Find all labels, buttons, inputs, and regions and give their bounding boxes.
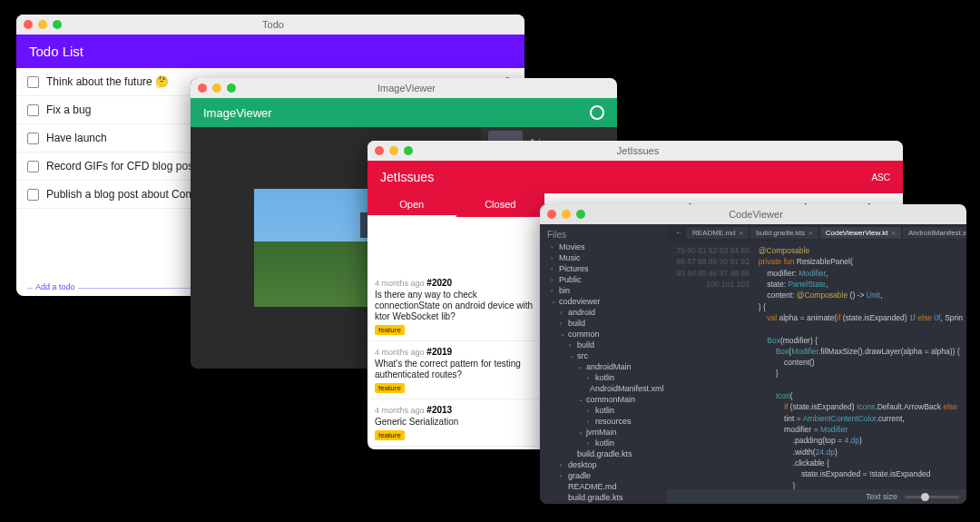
codeviewer-titlebar[interactable]: CodeViewer — [540, 204, 966, 224]
chevron-icon: › — [569, 342, 574, 349]
tab-open[interactable]: Open — [368, 193, 456, 217]
tab-prev-icon[interactable]: ← — [672, 229, 685, 237]
chevron-icon: › — [551, 255, 556, 261]
tree-item[interactable]: ⌄common — [540, 329, 667, 340]
tree-item[interactable]: ›build — [540, 318, 667, 329]
checkbox-icon[interactable] — [27, 76, 39, 88]
tree-item-label: kotlin — [595, 438, 614, 448]
todo-label: Record GIFs for CFD blog post — [46, 160, 196, 172]
tree-item[interactable]: ⌄jvmMain — [540, 427, 667, 438]
tree-item-label: common — [568, 330, 600, 339]
chevron-icon: › — [587, 375, 593, 381]
tree-item-label: Movies — [559, 242, 585, 251]
chevron-icon: ⌄ — [578, 363, 583, 370]
checkbox-icon[interactable] — [27, 161, 39, 172]
chevron-icon: › — [587, 408, 593, 414]
issue-item[interactable]: 4 months ago #2009 Incorrect max-age and… — [368, 447, 544, 450]
todo-titlebar[interactable]: Todo — [16, 15, 524, 34]
chevron-icon: › — [587, 419, 593, 425]
tree-item[interactable]: ›kotlin — [540, 405, 667, 416]
tree-item-label: commonMain — [586, 395, 635, 404]
tree-item[interactable]: gradle.properties — [540, 503, 667, 504]
close-tab-icon[interactable]: × — [740, 229, 744, 237]
tree-item[interactable]: ›Public — [540, 274, 667, 285]
issue-badge: feature — [375, 383, 405, 393]
tree-item[interactable]: ›desktop — [540, 459, 667, 470]
chevron-icon: ⌄ — [569, 352, 574, 359]
close-tab-icon[interactable]: × — [808, 229, 813, 237]
imageviewer-titlebar[interactable]: ImageViewer — [191, 78, 617, 98]
tree-item-label: Pictures — [559, 264, 589, 273]
tree-item[interactable]: ›kotlin — [540, 372, 667, 383]
codeviewer-window-title: CodeViewer — [553, 209, 959, 220]
tree-item[interactable]: ›bin — [540, 285, 667, 296]
code-editor[interactable]: 79 80 81 82 83 84 85 86 87 88 89 90 91 9… — [667, 241, 966, 489]
editor-tab[interactable]: CodeViewerView.kt× — [820, 227, 901, 239]
tree-item[interactable]: ⌄src — [540, 350, 667, 361]
sort-order[interactable]: ASC — [871, 172, 890, 182]
issue-when: 4 months ago — [375, 348, 425, 357]
tab-closed[interactable]: Closed — [456, 193, 545, 217]
close-tab-icon[interactable]: × — [891, 229, 896, 237]
jetissues-window-title: JetIssues — [380, 145, 896, 156]
imageviewer-header: ImageViewer — [191, 98, 617, 127]
issue-number: #2020 — [426, 278, 452, 288]
tree-item-label: build.gradle.kts — [577, 449, 632, 458]
tree-item-label: kotlin — [595, 373, 614, 382]
tree-item[interactable]: ›Pictures — [540, 263, 667, 274]
tree-item[interactable]: ›gradle — [540, 470, 667, 481]
editor-tab[interactable]: build.gradle.kts× — [750, 227, 818, 239]
tree-item[interactable]: ›build — [540, 340, 667, 350]
tree-item[interactable]: ›Movies — [540, 241, 667, 252]
tree-item[interactable]: ›Music — [540, 252, 667, 263]
jetissues-titlebar[interactable]: JetIssues — [368, 141, 903, 161]
chevron-icon: › — [551, 288, 556, 294]
code-content[interactable]: @Composable private fun ResizablePanel( … — [755, 241, 966, 489]
issue-item[interactable]: 4 months ago #2020 Is there any way to c… — [368, 272, 544, 341]
checkbox-icon[interactable] — [27, 133, 39, 144]
issue-item[interactable]: 4 months ago #2013 Generic Serialization… — [368, 399, 544, 447]
chevron-icon: › — [551, 266, 556, 272]
editor-tab[interactable]: AndroidManifest.xml× — [903, 227, 966, 239]
tree-item[interactable]: ⌄codeviewer — [540, 296, 667, 307]
jetissues-title: JetIssues — [380, 170, 434, 184]
checkbox-icon[interactable] — [27, 189, 39, 201]
tree-item[interactable]: build.gradle.kts — [540, 448, 667, 459]
tree-item[interactable]: ›resources — [540, 416, 667, 427]
line-gutter: 79 80 81 82 83 84 85 86 87 88 89 90 91 9… — [667, 241, 755, 489]
todo-label: Have launch — [46, 132, 107, 144]
text-size-slider[interactable] — [905, 496, 959, 498]
chevron-icon: › — [551, 277, 556, 283]
issue-item[interactable]: 4 months ago #2019 What's the correct pa… — [368, 341, 544, 399]
tree-item[interactable]: build.gradle.kts — [540, 492, 667, 503]
tree-item[interactable]: ›kotlin — [540, 438, 667, 448]
issue-number: #2013 — [426, 405, 452, 415]
chevron-icon: › — [560, 310, 565, 316]
tree-item[interactable]: ⌄androidMain — [540, 361, 667, 372]
tree-item[interactable]: AndroidManifest.xml — [540, 383, 667, 394]
refresh-icon[interactable] — [590, 105, 604, 120]
editor-tabs: ← README.md×build.gradle.kts×CodeViewerV… — [667, 224, 966, 241]
chevron-icon: › — [551, 244, 556, 251]
issue-list[interactable]: 4 months ago #2020 Is there any way to c… — [368, 272, 544, 450]
tree-item[interactable]: ›android — [540, 307, 667, 318]
tree-item-label: kotlin — [595, 406, 614, 415]
checkbox-icon[interactable] — [27, 104, 39, 116]
tree-item-label: gradle — [568, 471, 591, 480]
tree-item[interactable]: ⌄commonMain — [540, 394, 667, 405]
tree-item-label: desktop — [568, 460, 597, 469]
issue-title: Generic Serialization — [375, 417, 536, 428]
issue-badge: feature — [375, 430, 405, 440]
tree-item-label: bin — [559, 286, 570, 295]
issue-when: 4 months ago — [375, 406, 425, 415]
tree-item-label: AndroidManifest.xml — [590, 384, 664, 393]
chevron-icon: ⌄ — [578, 396, 583, 403]
slider-knob[interactable] — [921, 493, 929, 501]
file-tree[interactable]: Files ›Movies›Music›Pictures›Public›bin⌄… — [540, 224, 667, 504]
tree-item-label: src — [577, 351, 588, 360]
chevron-icon: › — [560, 320, 565, 327]
tab-label: build.gradle.kts — [756, 229, 805, 237]
tree-item-label: Public — [559, 275, 582, 284]
tree-item[interactable]: README.md — [540, 481, 667, 492]
editor-tab[interactable]: README.md× — [687, 227, 749, 239]
